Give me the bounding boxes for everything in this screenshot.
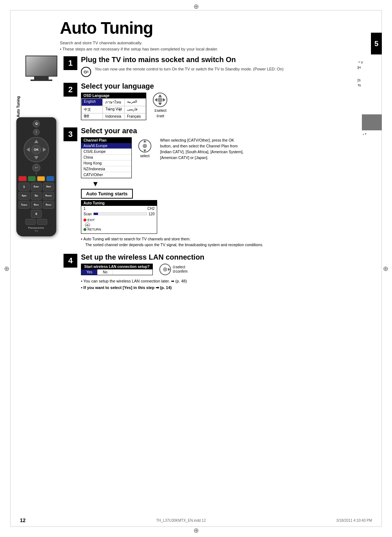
- lan-header: Start wireless LAN connection setup?: [81, 264, 152, 269]
- step4-dial-circle: [159, 264, 171, 275]
- remote-return-button[interactable]: ↩: [32, 164, 40, 172]
- step-1-number: 1: [64, 56, 77, 70]
- step-3-title: Select your area: [81, 127, 376, 135]
- num-btn-9[interactable]: 9wxz: [43, 201, 54, 209]
- num-btn-2[interactable]: 2abc: [31, 183, 42, 191]
- set-label-step2: ②set: [156, 114, 164, 118]
- footer-filename: TH_L37U30KMTX_EN.indd 12: [156, 518, 206, 522]
- channel-option-china[interactable]: China: [81, 155, 131, 160]
- step-4-note-2: •If you want to select [Yes] in this ste…: [81, 285, 376, 291]
- reg-mark-right: ⊕: [382, 265, 389, 272]
- lan-opt-yes[interactable]: Yes: [81, 269, 98, 275]
- channel-option-catv[interactable]: CATV/Other: [81, 172, 131, 178]
- return-dot: [83, 228, 86, 231]
- intro-line1: Search and store TV channels automatical…: [60, 40, 376, 46]
- remote-column: Auto Tuning ⏻ i OK: [16, 56, 64, 296]
- lan-opt-no[interactable]: No: [98, 269, 113, 275]
- step3-dial-down: [143, 150, 146, 152]
- remote-bottom-right[interactable]: [37, 219, 47, 225]
- remote-power-button[interactable]: ⏻: [33, 120, 40, 127]
- page-number: 12: [20, 517, 26, 523]
- progress-bar-fill: [94, 213, 98, 215]
- num-btn-8[interactable]: 8tuv: [31, 201, 42, 209]
- num-btn-4[interactable]: 4ghi: [19, 192, 30, 200]
- remote-nav-ring: OK: [24, 137, 49, 162]
- green-button[interactable]: [28, 176, 36, 181]
- remote-tv-label: TV: [19, 229, 54, 233]
- channel-option-cis[interactable]: CIS/E.Europe: [81, 149, 131, 155]
- reg-mark-top: ⊕: [192, 3, 200, 10]
- auto-tuning-screen: Auto Tuning 1 CH2 Scan: [81, 200, 157, 234]
- nav-up-arrow[interactable]: [34, 140, 38, 143]
- lan-table: Start wireless LAN connection setup? Yes…: [81, 264, 153, 275]
- red-button[interactable]: [19, 176, 26, 181]
- osd-cell-french[interactable]: Français: [124, 113, 146, 120]
- step4-dial-center: [163, 267, 167, 272]
- osd-table-body: English ภาษาไทย العربية 中文 Tiếng Việt فا…: [81, 98, 146, 120]
- osd-cell-farsi[interactable]: فارسی: [124, 106, 146, 113]
- intro-block: Search and store TV channels automatical…: [60, 40, 376, 53]
- channel-option-asia[interactable]: Asia/W.Europe: [81, 143, 131, 149]
- osd-cell-english[interactable]: English: [81, 98, 103, 106]
- reg-mark-bottom: ⊕: [192, 527, 200, 534]
- num-btn-7[interactable]: 7pqrs: [19, 201, 30, 209]
- step-1-note: You can now use the remote control to tu…: [95, 66, 283, 72]
- step-3-body: Channel Plan Asia/W.Europe CIS/E.Europe …: [81, 137, 376, 234]
- dial-center: [158, 97, 163, 102]
- remote-ok-button[interactable]: OK: [32, 145, 41, 154]
- remote-numpad: 1 2abc 3def 4ghi 5jk 6mno 7pqrs 8tuv 9wx…: [19, 183, 54, 218]
- nav-down-arrow[interactable]: [34, 156, 38, 159]
- remote-info-button[interactable]: i: [33, 129, 40, 135]
- step-1-content: Plug the TV into mains socket and switch…: [81, 56, 376, 77]
- steps-column: 1 Plug the TV into mains socket and swit…: [64, 56, 376, 296]
- select-label-step3: select: [140, 154, 150, 158]
- osd-cell-hindi[interactable]: हिंदी: [81, 113, 103, 120]
- return-button: RETURN: [83, 228, 155, 231]
- remote-control: ⏻ i OK ↩ Y: [16, 117, 56, 236]
- channel-plan-header: Channel Plan: [81, 138, 131, 143]
- step-2-content: Select your language OSD Language Englis…: [81, 82, 376, 122]
- lan-options: Yes No: [81, 269, 152, 275]
- step-1-body: ⏻/I You can now use the remote control t…: [81, 66, 376, 77]
- step3-dial: [138, 139, 151, 152]
- num-btn-6[interactable]: 6mno: [43, 192, 54, 200]
- step-3-content: Select your area Channel Plan Asia/W.Eur…: [81, 127, 376, 248]
- blue-button[interactable]: [46, 176, 54, 181]
- osd-cell-indonesia[interactable]: Indonesia: [103, 113, 124, 120]
- step4-dial: [159, 264, 171, 275]
- osd-cell-vietnamese[interactable]: Tiếng Việt: [103, 106, 124, 113]
- at-ok-icon: ◁▷: [85, 223, 155, 228]
- remote-bottom-left[interactable]: [25, 219, 36, 225]
- num-btn-3[interactable]: 3def: [43, 183, 54, 191]
- nav-left-arrow[interactable]: [26, 147, 30, 152]
- dial-right-arrow: [163, 98, 166, 102]
- channel-option-nz[interactable]: NZ/Indonesia: [81, 166, 131, 172]
- num-btn-5[interactable]: 5jk: [31, 192, 42, 200]
- border-bottom: [10, 526, 382, 527]
- confirm-label-step4: ②confirm: [172, 269, 188, 273]
- footer: 12 TH_L37U30KMTX_EN.indd 12 3/18/2011 4:…: [20, 517, 372, 523]
- return-label-y: Y: [19, 172, 54, 175]
- step-3-note-1: •Auto Tuning will start to search for TV…: [81, 236, 376, 242]
- step3-dial-up: [143, 140, 146, 142]
- step-4: 4 Set up the wireless LAN connection Sta…: [64, 253, 376, 291]
- at-scan-row: Scan 120: [81, 211, 157, 217]
- num-btn-0[interactable]: 0: [31, 210, 42, 218]
- step-1-title: Plug the TV into mains socket and switch…: [81, 56, 376, 64]
- osd-cell-chinese[interactable]: 中文: [81, 106, 103, 113]
- step-4-dial-area: ①select ②confirm: [159, 264, 188, 275]
- step-2-number: 2: [64, 83, 77, 97]
- border-top: [10, 10, 382, 11]
- power-symbol-icon: ⏻/I: [81, 67, 91, 77]
- at-ok-button: ◁▷: [85, 223, 90, 228]
- osd-cell-thai[interactable]: ภาษาไทย: [103, 98, 124, 106]
- yellow-button[interactable]: [37, 176, 45, 181]
- exit-button: EXIT: [83, 218, 155, 222]
- step-3-side-note: When selecting [CATV/Other], press the O…: [160, 137, 244, 161]
- step-4-content: Set up the wireless LAN connection Start…: [81, 253, 376, 291]
- channel-option-hk[interactable]: Hong Kong: [81, 160, 131, 166]
- step-4-notes: •You can setup the wireless LAN connecti…: [81, 278, 376, 291]
- osd-cell-arabic[interactable]: العربية: [124, 98, 146, 106]
- num-btn-1[interactable]: 1: [19, 183, 30, 191]
- nav-right-arrow[interactable]: [43, 147, 46, 152]
